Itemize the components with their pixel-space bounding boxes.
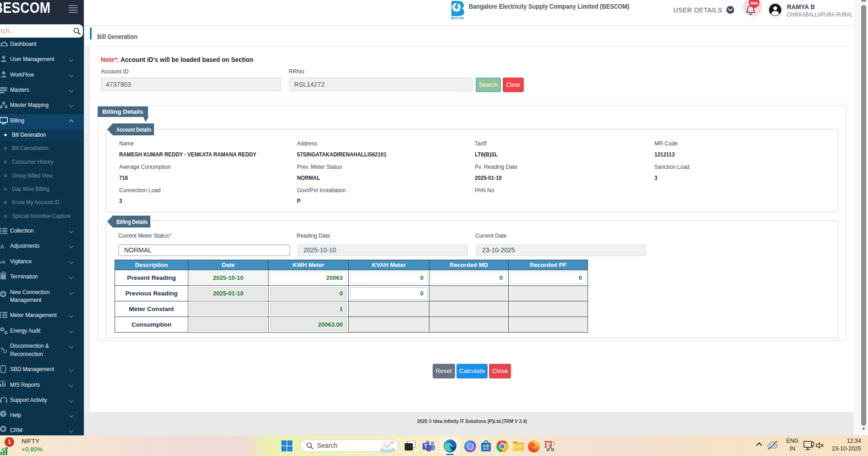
svg-text:Billing Details: Billing Details [116,219,148,225]
svg-text:Account Details: Account Details [116,127,151,133]
svg-text:vk: vk [0,259,6,265]
svg-text:BESCOM: BESCOM [451,17,463,19]
svg-text:A: A [0,243,5,250]
svg-text:?: ? [2,412,5,417]
